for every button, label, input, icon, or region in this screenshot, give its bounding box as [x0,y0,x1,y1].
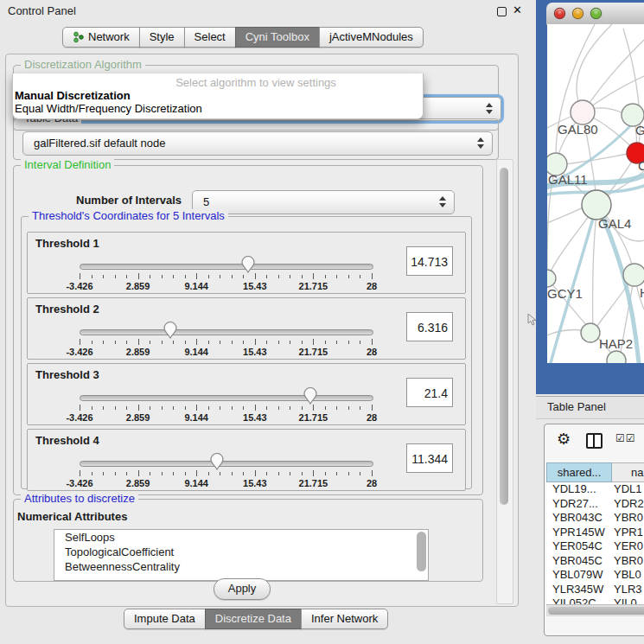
tick-label: 21.715 [287,412,339,423]
cell-name: YER0 [614,539,644,554]
tick-label: 2.859 [112,347,164,357]
threshold-value-field[interactable]: 14.713 [406,246,453,276]
cell-shared-name: YBR045C [546,554,614,569]
tick-label: 2.859 [112,412,164,423]
slider-track[interactable] [80,395,373,401]
tick-label: -3.426 [54,478,105,488]
network-node-label: GCY1 [547,286,583,301]
tab-infer-network[interactable]: Infer Network [301,609,388,629]
table-row[interactable]: YDR27...YDR2 [546,497,644,512]
table-row[interactable]: YBR045CYBR0 [546,554,644,569]
table-rows: YDL19...YDL1YDR27...YDR2YBR043CYBR0YPR14… [546,482,644,607]
zoom-traffic-light[interactable] [590,8,602,19]
network-edge[interactable] [593,205,597,332]
panel-scrollbar[interactable] [496,159,513,604]
cell-shared-name: YPR145W [546,526,614,540]
network-edge[interactable] [577,24,612,112]
minimize-traffic-light[interactable] [572,8,583,19]
gear-icon[interactable]: ⚙ [557,430,571,449]
cell-shared-name: YLR345W [546,583,614,597]
tab-label: Select [194,28,226,47]
network-node[interactable] [571,100,595,124]
tab-cyni-toolbox[interactable]: Cyni Toolbox [235,27,320,48]
attribute-list-item[interactable]: SelfLoops [54,530,428,545]
tab-select[interactable]: Select [184,27,236,48]
tab-label: Cyni Toolbox [245,28,309,47]
attribute-list-item[interactable]: TopologicalCoefficient [54,545,428,559]
combo-arrows-icon [439,196,446,208]
tick-label: 21.715 [287,281,339,291]
combo-arrows-icon [477,137,484,150]
table-row[interactable]: YBR043CYBR0 [546,511,644,526]
columns-icon[interactable] [586,433,603,449]
attributes-group-label: Attributes to discretize [21,492,138,505]
number-of-intervals-value: 5 [203,195,209,208]
network-node[interactable] [623,264,644,286]
network-edge[interactable] [556,24,595,165]
threshold-value-field[interactable]: 11.344 [406,443,453,473]
slider-handle[interactable] [303,387,317,405]
network-node-label: GAL11 [548,172,588,187]
tab-impute-data[interactable]: Impute Data [124,609,206,629]
control-panel-window: Control Panel ✕ NetworkStyleSelectCyni T… [0,0,536,644]
attribute-list-item[interactable]: BetweennessCentrality [54,559,428,574]
network-node-label: GAL4 [598,216,631,231]
slider-handle[interactable] [210,453,224,470]
table-data-group: Table Data galFiltered.sif default node [13,118,499,160]
float-window-icon[interactable] [497,7,507,16]
cell-name: YBL0 [614,568,644,583]
threshold-value-field[interactable]: 21.4 [406,378,453,407]
table-data-combobox[interactable]: galFiltered.sif default node [22,131,493,156]
cell-name: YDR2 [614,497,644,512]
slider-handle[interactable] [241,256,255,273]
number-of-intervals-combobox[interactable]: 5 [192,190,455,214]
cell-name: YLR3 [614,583,644,597]
cell-name: YDL1 [614,482,644,497]
slider-track[interactable] [80,461,373,467]
slider-tick-labels: -3.4262.8599.14415.4321.71528 [80,478,372,488]
slider-track[interactable] [80,329,373,335]
table-row[interactable]: YER054CYER0 [546,539,644,554]
slider-tick-labels: -3.4262.8599.14415.4321.71528 [80,347,372,357]
slider-track[interactable] [80,264,373,270]
network-node[interactable] [582,190,611,220]
checkboxes-icon[interactable]: ☑☑ [615,432,636,444]
table-row[interactable]: YBL079WYBL0 [546,568,644,583]
table-header-name[interactable]: na [612,462,644,482]
algorithm-option[interactable]: Manual Discretization [13,89,423,102]
interval-definition-group: Interval Definition Number of Intervals … [13,165,483,495]
algorithm-option[interactable]: Equal Width/Frequency Discretization [13,102,423,115]
list-scrollbar-thumb[interactable] [417,532,426,571]
network-node[interactable] [607,351,626,363]
table-header-shared[interactable]: shared... [546,462,612,482]
slider-ticks [80,470,372,478]
table-hscrollbar[interactable] [546,604,644,616]
tick-label: 9.144 [170,347,222,357]
table-panel-titlebar: Table Panel [536,396,644,419]
table-hscrollbar-thumb[interactable] [548,607,644,615]
apply-button[interactable]: Apply [214,578,271,600]
tab-jactivemnodules[interactable]: jActiveMNodules [319,27,424,48]
close-traffic-light[interactable] [554,8,565,19]
tab-discretize-data[interactable]: Discretize Data [205,609,302,629]
numerical-attributes-label: Numerical Attributes [17,510,127,523]
table-row[interactable]: YPR145WYPR1 [546,526,644,540]
control-panel-tabbar: NetworkStyleSelectCyni ToolboxjActiveMNo… [62,27,424,48]
slider-ticks [80,339,372,347]
network-canvas[interactable]: GAL80GACGAL11GAL4GCY1HHAP2 [547,24,644,363]
cell-shared-name: YDR27... [546,497,614,512]
panel-scrollbar-thumb[interactable] [500,168,508,505]
network-node[interactable] [581,323,600,342]
cyni-toolbox-panel: Discretization Algorithm Select algorith… [5,54,519,607]
table-row[interactable]: YDL19...YDL1 [546,482,644,497]
close-icon[interactable]: ✕ [513,3,522,16]
tab-style[interactable]: Style [139,27,185,48]
tab-network[interactable]: Network [62,27,140,48]
network-node-label: HAP2 [599,336,633,351]
network-node[interactable] [547,270,556,287]
table-row[interactable]: YLR345WYLR3 [546,583,644,597]
numerical-attributes-list[interactable]: SelfLoopsTopologicalCoefficientBetweenne… [54,529,429,581]
tick-label: 2.859 [112,281,164,291]
threshold-value-field[interactable]: 6.316 [406,312,453,341]
slider-handle[interactable] [163,322,177,339]
